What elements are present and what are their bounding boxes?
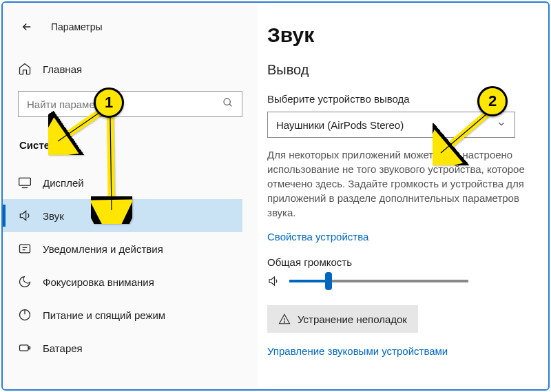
- nav-label: Звук: [43, 210, 64, 222]
- nav-item-battery[interactable]: Батарея: [3, 331, 242, 364]
- annotation-arrow-1b: [91, 114, 132, 224]
- notifications-icon: [18, 242, 32, 256]
- nav-item-focus[interactable]: Фокусировка внимания: [3, 265, 242, 298]
- sound-icon: [18, 209, 32, 223]
- topbar: Параметры: [18, 15, 242, 39]
- svg-rect-9: [20, 345, 29, 351]
- nav-label: Уведомления и действия: [43, 243, 163, 255]
- nav-item-notifications[interactable]: Уведомления и действия: [3, 232, 242, 265]
- manage-devices-link[interactable]: Управление звуковыми устройствами: [267, 345, 548, 357]
- output-device-value: Наушники (AirPods Stereo): [276, 119, 404, 131]
- nav-label: Питание и спящий режим: [43, 309, 165, 321]
- content-area: Звук Вывод Выберите устройство вывода На…: [258, 3, 548, 389]
- svg-rect-10: [29, 347, 30, 349]
- svg-point-12: [284, 322, 284, 322]
- svg-point-0: [224, 99, 230, 105]
- power-icon: [18, 308, 32, 322]
- chevron-down-icon: [497, 119, 506, 131]
- volume-slider[interactable]: [289, 280, 468, 282]
- volume-row: [267, 275, 548, 287]
- back-button[interactable]: [18, 18, 36, 36]
- content-title: Звук: [267, 23, 548, 47]
- warning-icon: [278, 313, 291, 325]
- svg-rect-2: [19, 178, 31, 185]
- annotation-marker-2: 2: [477, 86, 508, 116]
- volume-thumb[interactable]: [325, 272, 332, 290]
- nav-label: Фокусировка внимания: [43, 276, 154, 288]
- arrow-left-icon: [21, 21, 33, 33]
- output-description: Для некоторых приложений может быть наст…: [267, 147, 536, 220]
- troubleshoot-label: Устранение неполадок: [298, 313, 407, 325]
- nav-item-power[interactable]: Питание и спящий режим: [3, 298, 242, 331]
- volume-fill: [289, 280, 329, 282]
- svg-line-1: [229, 104, 231, 106]
- volume-label: Общая громкость: [267, 256, 548, 268]
- output-header: Вывод: [267, 62, 548, 78]
- nav-label: Дисплей: [43, 177, 84, 189]
- volume-icon: [267, 275, 280, 287]
- troubleshoot-button[interactable]: Устранение неполадок: [267, 305, 418, 333]
- home-link[interactable]: Главная: [18, 56, 242, 81]
- svg-rect-4: [20, 245, 30, 253]
- home-icon: [18, 62, 32, 76]
- nav-label: Батарея: [43, 342, 83, 354]
- display-icon: [18, 176, 32, 189]
- focus-icon: [18, 275, 32, 289]
- annotation-arrow-2: [433, 110, 495, 165]
- annotation-marker-1: 1: [94, 87, 124, 118]
- battery-icon: [18, 341, 32, 355]
- home-label: Главная: [43, 63, 82, 75]
- page-title: Параметры: [51, 21, 103, 32]
- device-properties-link[interactable]: Свойства устройства: [267, 231, 368, 243]
- search-icon: [222, 97, 233, 111]
